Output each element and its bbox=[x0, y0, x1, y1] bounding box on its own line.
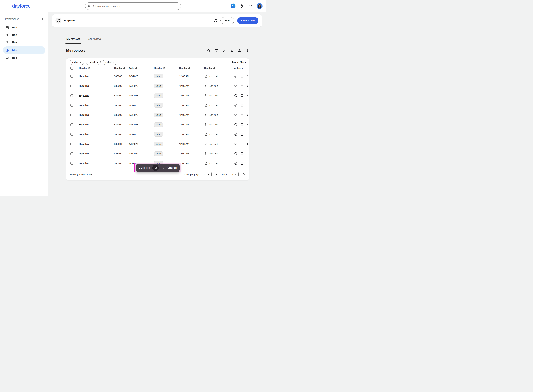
filter-dropdown[interactable]: Label bbox=[86, 60, 100, 65]
reject-x-icon[interactable] bbox=[240, 84, 244, 88]
approve-check-icon[interactable] bbox=[234, 162, 238, 165]
search-icon[interactable] bbox=[207, 49, 210, 52]
download-icon[interactable] bbox=[230, 49, 234, 52]
avatar[interactable] bbox=[257, 3, 262, 9]
reject-x-icon[interactable] bbox=[240, 133, 244, 136]
row-checkbox[interactable] bbox=[70, 84, 73, 87]
global-search[interactable] bbox=[85, 2, 181, 10]
team-icon[interactable] bbox=[240, 4, 244, 8]
column-header[interactable]: Header bbox=[79, 67, 114, 70]
row-hyperlink[interactable]: Hyperlink bbox=[79, 143, 89, 145]
column-header[interactable]: Header bbox=[154, 67, 179, 70]
filter-icon[interactable] bbox=[214, 49, 218, 52]
top-bar: dayforce bbox=[0, 0, 266, 12]
approve-check-icon[interactable] bbox=[234, 113, 238, 117]
row-kebab-icon[interactable] bbox=[247, 113, 249, 117]
row-hyperlink[interactable]: Hyperlink bbox=[79, 152, 89, 155]
sidebar-item-active[interactable]: Title bbox=[3, 46, 45, 54]
filter-dropdown[interactable]: Label bbox=[70, 60, 84, 65]
next-page-icon[interactable] bbox=[242, 173, 246, 176]
row-hyperlink[interactable]: Hyperlink bbox=[79, 162, 89, 164]
row-checkbox[interactable] bbox=[70, 133, 73, 136]
approve-check-icon[interactable] bbox=[234, 152, 238, 155]
kebab-icon[interactable] bbox=[245, 49, 249, 52]
row-kebab-icon[interactable] bbox=[247, 142, 249, 146]
row-checkbox[interactable] bbox=[70, 94, 73, 97]
filter-dropdown[interactable]: Label bbox=[103, 60, 117, 65]
column-header[interactable]: Header bbox=[204, 67, 234, 70]
row-hyperlink[interactable]: Hyperlink bbox=[79, 114, 89, 116]
reject-x-icon[interactable] bbox=[240, 123, 244, 126]
clear-all-filters-link[interactable]: Clear all filters bbox=[231, 61, 246, 64]
row-kebab-icon[interactable] bbox=[247, 162, 249, 165]
create-new-button[interactable]: Create new bbox=[237, 17, 258, 24]
row-checkbox[interactable] bbox=[70, 162, 73, 165]
row-time: 12:00 AM bbox=[179, 75, 204, 78]
row-kebab-icon[interactable] bbox=[247, 94, 249, 97]
selection-clear-all-link[interactable]: Clear all bbox=[167, 167, 176, 169]
upload-icon[interactable] bbox=[238, 49, 241, 52]
column-header[interactable]: Header bbox=[179, 67, 204, 70]
sidebar-item[interactable]: Title bbox=[3, 32, 45, 39]
approve-check-icon[interactable] bbox=[234, 94, 238, 97]
row-hyperlink[interactable]: Hyperlink bbox=[79, 94, 89, 97]
sliders-icon[interactable] bbox=[222, 49, 226, 52]
row-checkbox[interactable] bbox=[70, 114, 73, 116]
search-input[interactable] bbox=[93, 5, 179, 8]
column-header-date[interactable]: Date bbox=[129, 67, 154, 70]
approve-check-icon[interactable] bbox=[234, 104, 238, 107]
reject-x-icon[interactable] bbox=[240, 142, 244, 146]
row-checkbox[interactable] bbox=[70, 152, 73, 155]
reject-x-icon[interactable] bbox=[240, 162, 244, 165]
sidebar-item[interactable]: Title bbox=[3, 24, 45, 31]
row-kebab-icon[interactable] bbox=[247, 152, 249, 155]
tab-peer-reviews[interactable]: Peer reviews bbox=[86, 37, 102, 43]
select-all-checkbox[interactable] bbox=[70, 67, 73, 70]
collapse-sidebar-icon[interactable] bbox=[41, 17, 44, 21]
tab-my-reviews[interactable]: My reviews bbox=[66, 37, 81, 43]
row-kebab-icon[interactable] bbox=[247, 104, 249, 107]
row-checkbox[interactable] bbox=[70, 123, 73, 126]
save-button[interactable]: Save bbox=[220, 17, 234, 24]
reject-x-icon[interactable] bbox=[240, 113, 244, 117]
row-checkbox[interactable] bbox=[70, 104, 73, 107]
comment-icon bbox=[5, 56, 9, 60]
sidebar-item[interactable]: Title bbox=[3, 54, 45, 61]
row-hyperlink[interactable]: Hyperlink bbox=[79, 84, 89, 87]
row-hyperlink[interactable]: Hyperlink bbox=[79, 75, 89, 77]
row-hyperlink[interactable]: Hyperlink bbox=[79, 123, 89, 126]
previous-page-icon[interactable] bbox=[215, 173, 219, 176]
reject-x-icon[interactable] bbox=[240, 94, 244, 97]
row-hyperlink[interactable]: Hyperlink bbox=[79, 133, 89, 135]
trash-icon[interactable] bbox=[161, 166, 165, 169]
sidebar-section-label: Performance bbox=[5, 18, 19, 20]
reject-x-icon[interactable] bbox=[240, 75, 244, 78]
approve-check-icon[interactable] bbox=[234, 133, 238, 136]
approve-check-icon[interactable] bbox=[234, 123, 238, 126]
approve-check-icon[interactable] bbox=[234, 142, 238, 146]
page-select[interactable]: 1 bbox=[230, 172, 239, 177]
row-kebab-icon[interactable] bbox=[247, 75, 249, 78]
row-kebab-icon[interactable] bbox=[247, 84, 249, 88]
refresh-icon[interactable] bbox=[214, 19, 217, 23]
approve-check-icon[interactable] bbox=[234, 84, 238, 88]
mail-icon[interactable] bbox=[248, 4, 252, 8]
menu-icon[interactable] bbox=[4, 5, 8, 8]
reject-x-icon[interactable] bbox=[240, 152, 244, 155]
row-checkbox[interactable] bbox=[70, 75, 73, 78]
dayforce-logo: dayforce bbox=[12, 3, 30, 9]
sidebar-item[interactable]: Title bbox=[3, 39, 45, 46]
row-checkbox[interactable] bbox=[70, 143, 73, 145]
approve-check-icon[interactable] bbox=[234, 75, 238, 78]
row-kebab-icon[interactable] bbox=[247, 123, 249, 126]
showing-count: Showing 1-10 of 1000 bbox=[70, 173, 92, 176]
reject-x-icon[interactable] bbox=[240, 104, 244, 107]
chevron-down-icon bbox=[96, 61, 98, 63]
row-hyperlink[interactable]: Hyperlink bbox=[79, 104, 89, 107]
section-title: My reviews bbox=[66, 48, 86, 53]
column-header[interactable]: Header bbox=[114, 67, 129, 70]
rows-per-page-select[interactable]: 10 bbox=[202, 172, 212, 177]
ai-assistant-icon[interactable] bbox=[230, 3, 236, 9]
row-kebab-icon[interactable] bbox=[247, 133, 249, 136]
copy-icon[interactable] bbox=[152, 165, 159, 171]
